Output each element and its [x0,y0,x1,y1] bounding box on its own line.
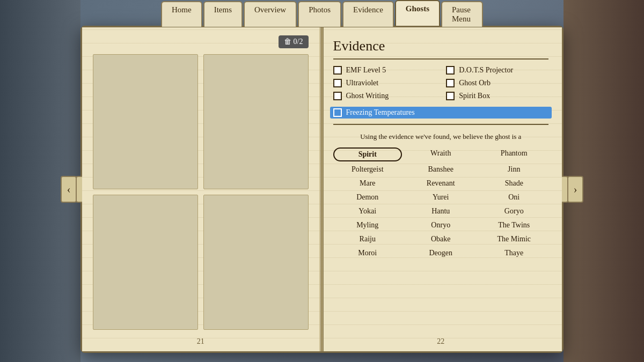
evidence-spirit-box[interactable]: Spirit Box [446,92,548,100]
ghost-grid: Spirit Wraith Phantom Poltergeist Banshe… [333,147,549,259]
ghost-spirit[interactable]: Spirit [333,147,402,161]
ghost-phantom[interactable]: Phantom [480,147,549,161]
photo-grid [93,54,309,330]
evidence-uv-label: Ultraviolet [346,79,379,87]
photo-count: 🗑 0/2 [279,35,308,48]
tab-photos[interactable]: Photos [298,1,341,27]
evidence-ghost-orb-label: Ghost Orb [459,79,491,87]
tab-pause-menu[interactable]: Pause Menu [441,1,483,27]
ghost-thaye[interactable]: Thaye [480,247,549,259]
photo-slot-3[interactable] [93,195,198,330]
book: 🗑 0/2 21 Evidence EMF Level 5 D.O.T.S Pr… [80,26,564,353]
checkbox-ghost-orb[interactable] [446,79,455,87]
ghost-revenant[interactable]: Revenant [406,178,475,189]
nav-arrow-left[interactable]: ‹ [61,176,77,203]
page-number-right: 22 [437,337,444,346]
page-number-left: 21 [197,337,204,346]
ghost-banshee[interactable]: Banshee [406,164,475,175]
ghost-mare[interactable]: Mare [333,178,402,189]
ghost-wraith[interactable]: Wraith [406,147,475,161]
evidence-ghost-writing-label: Ghost Writing [346,92,389,100]
ghost-hantu[interactable]: Hantu [406,205,475,217]
ghost-obake[interactable]: Obake [406,233,475,245]
evidence-emf[interactable]: EMF Level 5 [333,66,436,75]
page-right: Evidence EMF Level 5 D.O.T.S Projector U… [320,27,562,351]
evidence-uv[interactable]: Ultraviolet [333,79,436,87]
evidence-title: Evidence [333,38,549,54]
checkbox-ghost-writing[interactable] [333,92,342,100]
tab-ghosts[interactable]: Ghosts [395,0,440,26]
page-left: 🗑 0/2 21 [82,27,320,351]
ghost-onryo[interactable]: Onryo [406,219,475,231]
ghost-yurei[interactable]: Yurei [406,191,475,203]
tab-evidence[interactable]: Evidence [342,1,394,27]
ghost-yokai[interactable]: Yokai [333,205,402,217]
evidence-ghost-orb[interactable]: Ghost Orb [446,79,548,87]
ghost-jinn[interactable]: Jinn [480,164,549,175]
ghost-moroi[interactable]: Moroi [333,247,402,259]
evidence-spirit-box-label: Spirit Box [459,92,490,100]
ghost-deogen[interactable]: Deogen [406,247,475,259]
checkbox-dots[interactable] [446,66,455,75]
evidence-grid: EMF Level 5 D.O.T.S Projector Ultraviole… [333,66,549,100]
evidence-divider [333,58,549,60]
evidence-emf-label: EMF Level 5 [346,66,386,75]
evidence-freezing-label: Freezing Temperatures [346,108,415,117]
ghost-shade[interactable]: Shade [480,178,549,189]
ghost-the-mimic[interactable]: The Mimic [480,233,549,245]
checkbox-emf[interactable] [333,66,342,75]
ghost-oni[interactable]: Oni [480,191,549,203]
prediction-text: Using the evidence we've found, we belie… [333,131,549,142]
ghost-poltergeist[interactable]: Poltergeist [333,164,402,175]
evidence-freezing[interactable]: Freezing Temperatures [330,107,552,119]
ghost-raiju[interactable]: Raiju [333,233,402,245]
evidence-ghost-writing[interactable]: Ghost Writing [333,92,436,100]
tab-items[interactable]: Items [203,1,243,27]
ghost-myling[interactable]: Myling [333,219,402,231]
tab-home[interactable]: Home [161,1,202,27]
ghost-goryo[interactable]: Goryo [480,205,549,217]
ghost-the-twins[interactable]: The Twins [480,219,549,231]
photo-slot-1[interactable] [93,54,198,189]
evidence-dots[interactable]: D.O.T.S Projector [446,66,548,75]
tabs-bar: Home Items Overview Photos Evidence Ghos… [161,0,483,26]
photo-slot-4[interactable] [203,195,309,330]
checkbox-uv[interactable] [333,79,342,87]
tab-overview[interactable]: Overview [244,1,297,27]
photo-slot-2[interactable] [203,54,309,189]
evidence-dots-label: D.O.T.S Projector [459,66,513,75]
evidence-divider-2 [333,124,549,125]
ghost-demon[interactable]: Demon [333,191,402,203]
nav-arrow-right[interactable]: › [567,176,583,203]
checkbox-freezing[interactable] [333,108,342,117]
checkbox-spirit-box[interactable] [446,92,455,100]
